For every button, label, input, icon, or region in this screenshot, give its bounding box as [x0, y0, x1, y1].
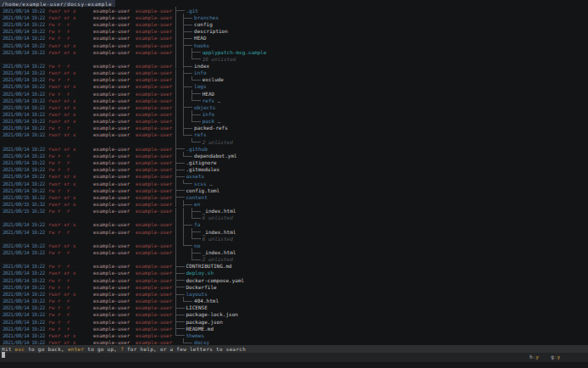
modified-date: 2021/08/14 19:22 [3, 125, 45, 131]
modified-date: 2021/08/14 19:22 [3, 166, 45, 173]
permissions: rwxr-xr-x [48, 291, 76, 298]
group: example-user [136, 249, 172, 256]
permissions: rw-r--r-- [48, 28, 76, 35]
group: example-user [136, 243, 172, 249]
group: example-user [136, 98, 172, 104]
group: example-user [136, 332, 172, 339]
modified-date: 2021/08/14 19:22 [3, 284, 45, 291]
owner: example-user [93, 83, 130, 90]
permissions: rwxr-xr-x [48, 8, 76, 14]
group: example-user [136, 104, 172, 111]
group: example-user [136, 63, 172, 70]
owner: example-user [93, 181, 130, 187]
owner: example-user [93, 76, 130, 83]
entry-name: HEAD [202, 91, 214, 98]
group: example-user [136, 221, 172, 228]
modified-date: 2021/08/14 19:22 [3, 14, 45, 21]
modified-date: 2021/08/14 19:22 [3, 291, 45, 298]
group: example-user [136, 166, 172, 173]
group: example-user [136, 70, 172, 76]
permissions: rw-r--r-- [48, 249, 76, 256]
search-input[interactable] [0, 353, 588, 362]
owner: example-user [93, 8, 130, 14]
entry-name: fa [194, 221, 200, 228]
permissions: rwxr-xr-x [48, 173, 76, 180]
entry-name: .github [186, 146, 208, 153]
group: example-user [136, 83, 172, 90]
status-bar: Hit esc to go back, enter to go up, ? fo… [0, 345, 588, 353]
modified-date: 2021/08/14 19:22 [3, 111, 45, 118]
owner: example-user [93, 104, 130, 111]
modified-date: 2021/08/14 19:22 [3, 229, 45, 236]
modified-date: 2021/08/14 19:22 [3, 70, 45, 76]
owner: example-user [93, 159, 130, 166]
permissions: rwxr-xr-x [48, 14, 76, 21]
modified-date: 2021/08/14 19:22 [3, 173, 45, 180]
modified-date: 2021/08/14 19:22 [3, 42, 45, 49]
modified-date: 2021/08/14 19:22 [3, 159, 45, 166]
modified-date: 2021/08/14 19:22 [3, 83, 45, 90]
group: example-user [136, 229, 172, 236]
owner: example-user [93, 221, 130, 228]
modified-date: 2021/08/14 19:22 [3, 187, 45, 194]
modified-date: 2021/08/15 16:32 [3, 208, 45, 215]
entry-name: layouts [186, 291, 208, 298]
entry-name: _index.html [202, 249, 236, 256]
entry-name: README.md [186, 326, 214, 332]
entry-name: pack … [202, 118, 221, 125]
modified-date: 2021/08/14 19:22 [3, 98, 45, 104]
group: example-user [136, 21, 172, 28]
group: example-user [136, 291, 172, 298]
entry-name: HEAD [194, 35, 206, 42]
owner: example-user [93, 146, 130, 153]
entry-name: no [194, 243, 200, 249]
modified-date: 2021/08/14 19:22 [3, 263, 45, 270]
owner: example-user [93, 49, 130, 56]
owner: example-user [93, 319, 130, 326]
modified-date: 2021/08/14 19:22 [3, 221, 45, 228]
group: example-user [136, 187, 172, 194]
permissions: rwxr-xr-x [48, 221, 76, 228]
group: example-user [136, 159, 172, 166]
entry-name: deploy.sh [186, 270, 214, 276]
entry-name: info [202, 111, 214, 118]
permissions: rw-r--r-- [48, 125, 76, 131]
permissions: rw-r--r-- [48, 304, 76, 311]
owner: example-user [93, 291, 130, 298]
permissions: rwxr-xr-x [48, 83, 76, 90]
group: example-user [136, 194, 172, 201]
modified-date: 2021/08/14 19:22 [3, 311, 45, 318]
modified-date: 2021/08/14 19:22 [3, 153, 45, 159]
mode-flags: h:y g:y [530, 354, 560, 360]
entry-name: applypatch-msg.sample [202, 49, 267, 56]
modified-date: 2021/08/14 19:22 [3, 243, 45, 249]
owner: example-user [93, 111, 130, 118]
permissions: rw-r--r-- [48, 21, 76, 28]
group: example-user [136, 284, 172, 291]
permissions: rwxr-xr-x [48, 270, 76, 276]
permissions: rw-r--r-- [48, 208, 76, 215]
owner: example-user [93, 326, 130, 332]
permissions: rwxr-xr-x [48, 181, 76, 187]
permissions: rw-r--r-- [48, 284, 76, 291]
modified-date: 2021/08/14 19:22 [3, 277, 45, 284]
modified-date: 2021/08/14 19:22 [3, 8, 45, 14]
permissions: rwxr-xr-x [48, 49, 76, 56]
permissions: rw-r--r-- [48, 319, 76, 326]
owner: example-user [93, 298, 130, 304]
owner: example-user [93, 131, 130, 138]
entry-name: info [194, 70, 206, 76]
permissions: rwxr-xr-x [48, 70, 76, 76]
entry-name: hooks [194, 42, 209, 49]
permissions: rwxr-xr-x [48, 146, 76, 153]
entry-name: .gitignore [186, 159, 217, 166]
entry-name: .git [186, 8, 198, 14]
permissions: rw-r--r-- [48, 76, 76, 83]
owner: example-user [93, 249, 130, 256]
entry-name: refs … [202, 98, 221, 104]
group: example-user [136, 304, 172, 311]
permissions: rw-r--r-- [48, 91, 76, 98]
owner: example-user [93, 201, 130, 208]
entry-name: assets [186, 173, 205, 180]
entry-name: _index.html [202, 208, 236, 215]
